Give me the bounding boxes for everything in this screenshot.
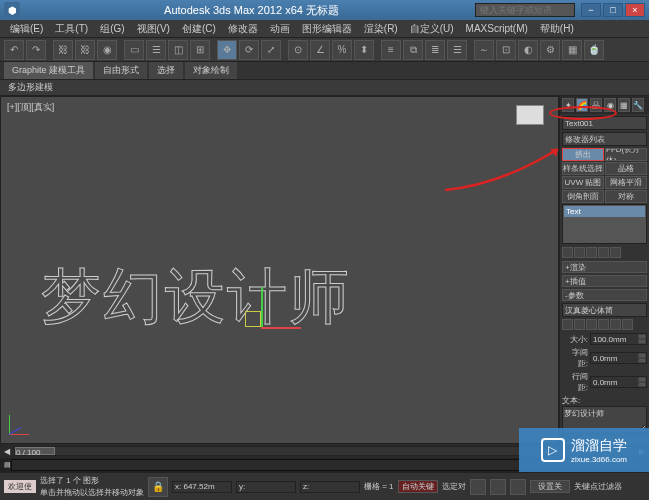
- modifier-btn-bevel-profile[interactable]: 倒角剖面: [562, 190, 604, 203]
- coord-y-field[interactable]: [236, 481, 296, 493]
- gizmo-x-axis-icon[interactable]: [261, 327, 301, 329]
- tab-display[interactable]: ▦: [618, 98, 630, 112]
- modifier-stack[interactable]: Text: [562, 204, 647, 244]
- kerning-input[interactable]: [591, 353, 638, 363]
- modifier-list-dropdown[interactable]: [562, 132, 647, 146]
- align-left-button[interactable]: [586, 319, 597, 330]
- tab-create[interactable]: ✦: [562, 98, 574, 112]
- coord-x-field[interactable]: [172, 481, 232, 493]
- mirror-button[interactable]: ⧉: [403, 40, 423, 60]
- select-rotate-button[interactable]: ⟳: [239, 40, 259, 60]
- size-input[interactable]: [591, 334, 638, 344]
- gizmo-xy-plane-icon[interactable]: [245, 311, 261, 327]
- tab-utilities[interactable]: 🔧: [632, 98, 644, 112]
- render-button[interactable]: 🍵: [584, 40, 604, 60]
- maximize-button[interactable]: □: [603, 3, 623, 17]
- underline-button[interactable]: [574, 319, 585, 330]
- size-spinner[interactable]: [590, 333, 647, 345]
- select-scale-button[interactable]: ⤢: [261, 40, 281, 60]
- align-center-button[interactable]: [598, 319, 609, 330]
- viewport-text-object[interactable]: 梦幻设计师: [41, 257, 351, 338]
- menu-modifiers[interactable]: 修改器: [222, 20, 264, 38]
- show-end-result-button[interactable]: [574, 247, 585, 258]
- pin-stack-button[interactable]: [562, 247, 573, 258]
- select-region-button[interactable]: ◫: [168, 40, 188, 60]
- configure-sets-button[interactable]: [610, 247, 621, 258]
- setkey-button[interactable]: 设置关: [530, 480, 570, 493]
- menu-help[interactable]: 帮助(H): [534, 20, 580, 38]
- tab-modify[interactable]: 🌈: [576, 98, 588, 112]
- rollout-rendering[interactable]: + 渲染: [562, 261, 647, 273]
- menu-customize[interactable]: 自定义(U): [404, 20, 460, 38]
- select-name-button[interactable]: ☰: [146, 40, 166, 60]
- modifier-btn-spline-select[interactable]: 样条线选择: [562, 162, 604, 175]
- curve-editor-button[interactable]: ～: [474, 40, 494, 60]
- time-slider-handle[interactable]: 0 / 100: [15, 447, 55, 455]
- play-button[interactable]: [490, 479, 506, 495]
- named-sets-button[interactable]: ≡: [381, 40, 401, 60]
- tab-hierarchy[interactable]: 品: [590, 98, 602, 112]
- percent-snap-button[interactable]: %: [332, 40, 352, 60]
- stack-item-text[interactable]: Text: [564, 206, 645, 217]
- material-editor-button[interactable]: ◐: [518, 40, 538, 60]
- spinner-snap-button[interactable]: ⬍: [354, 40, 374, 60]
- menu-group[interactable]: 组(G): [94, 20, 130, 38]
- menu-edit[interactable]: 编辑(E): [4, 20, 49, 38]
- rollout-parameters[interactable]: - 参数: [562, 289, 647, 301]
- remove-modifier-button[interactable]: [598, 247, 609, 258]
- menu-graph-editors[interactable]: 图形编辑器: [296, 20, 358, 38]
- play-prev-button[interactable]: [470, 479, 486, 495]
- unlink-button[interactable]: ⛓: [75, 40, 95, 60]
- tab-motion[interactable]: ◉: [604, 98, 616, 112]
- make-unique-button[interactable]: [586, 247, 597, 258]
- help-search-input[interactable]: [475, 3, 575, 17]
- trackbar-toggle-icon[interactable]: ▤: [4, 461, 11, 469]
- close-button[interactable]: ×: [625, 3, 645, 17]
- modifier-btn-uvw[interactable]: UVW 贴图: [562, 176, 604, 189]
- move-gizmo[interactable]: [241, 297, 301, 357]
- align-justify-button[interactable]: [622, 319, 633, 330]
- viewport-label[interactable]: [+][顶][真实]: [7, 101, 54, 114]
- leading-spinner[interactable]: [590, 376, 647, 388]
- undo-button[interactable]: ↶: [4, 40, 24, 60]
- select-object-button[interactable]: ▭: [124, 40, 144, 60]
- menu-rendering[interactable]: 渲染(R): [358, 20, 404, 38]
- italic-button[interactable]: [562, 319, 573, 330]
- window-crossing-button[interactable]: ⊞: [190, 40, 210, 60]
- gizmo-y-axis-icon[interactable]: [261, 287, 263, 327]
- modifier-btn-meshsmooth[interactable]: 网格平滑: [605, 176, 647, 189]
- snap-toggle-button[interactable]: ⊙: [288, 40, 308, 60]
- ribbon-tab-selection[interactable]: 选择: [149, 62, 183, 79]
- viewcube-face-icon[interactable]: [516, 105, 544, 125]
- coord-z-field[interactable]: [300, 481, 360, 493]
- link-button[interactable]: ⛓: [53, 40, 73, 60]
- play-next-button[interactable]: [510, 479, 526, 495]
- modifier-btn-ffd[interactable]: FFD(长方体): [605, 148, 647, 161]
- ribbon-tab-graphite[interactable]: Graphite 建模工具: [4, 62, 93, 79]
- angle-snap-button[interactable]: ∠: [310, 40, 330, 60]
- autokey-button[interactable]: 自动关键: [398, 480, 438, 493]
- viewport[interactable]: [+][顶][真实] 梦幻设计师: [0, 96, 559, 444]
- menu-animation[interactable]: 动画: [264, 20, 296, 38]
- time-slider-left-icon[interactable]: ◀: [4, 447, 10, 456]
- viewcube[interactable]: [510, 105, 550, 145]
- layers-button[interactable]: ☰: [447, 40, 467, 60]
- minimize-button[interactable]: −: [581, 3, 601, 17]
- render-setup-button[interactable]: ⚙: [540, 40, 560, 60]
- object-name-field[interactable]: [562, 116, 647, 130]
- leading-input[interactable]: [591, 377, 638, 387]
- kerning-spinner[interactable]: [590, 352, 647, 364]
- ribbon-tab-freeform[interactable]: 自由形式: [95, 62, 147, 79]
- bind-button[interactable]: ◉: [97, 40, 117, 60]
- modifier-btn-extrude[interactable]: 挤出: [562, 148, 604, 161]
- ribbon-tab-paint[interactable]: 对象绘制: [185, 62, 237, 79]
- align-button[interactable]: ≣: [425, 40, 445, 60]
- render-frame-button[interactable]: ▦: [562, 40, 582, 60]
- modifier-btn-lattice[interactable]: 晶格: [605, 162, 647, 175]
- select-move-button[interactable]: ✥: [217, 40, 237, 60]
- font-select-dropdown[interactable]: [562, 303, 647, 317]
- lock-selection-button[interactable]: 🔒: [148, 477, 168, 497]
- modifier-btn-symmetry[interactable]: 对称: [605, 190, 647, 203]
- menu-maxscript[interactable]: MAXScript(M): [460, 21, 534, 36]
- rollout-interpolation[interactable]: + 插值: [562, 275, 647, 287]
